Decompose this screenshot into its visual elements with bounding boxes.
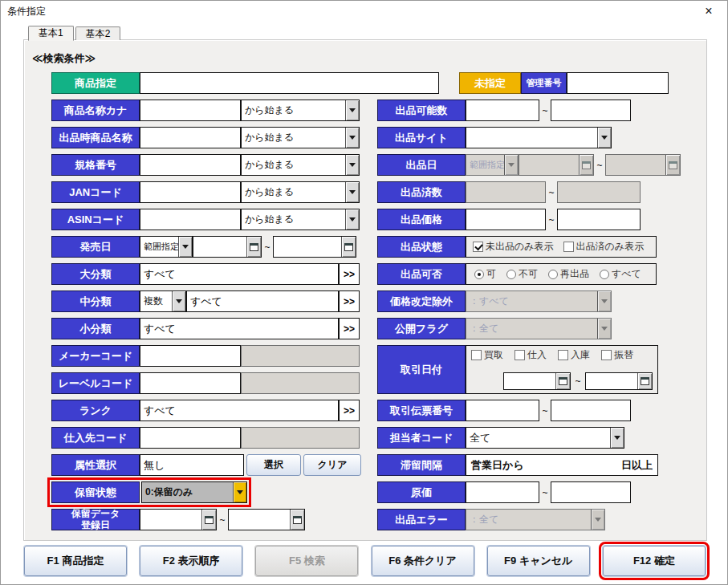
calendar-icon[interactable] [341, 237, 356, 257]
f9-cancel-button[interactable]: F9 キャンセル [487, 546, 590, 576]
product-spec-button[interactable]: 商品指定 [51, 72, 140, 94]
spec-number-match-select[interactable]: から始まる [241, 154, 360, 176]
hold-state-label: 保留状態 [51, 481, 140, 503]
allow-relist-radio[interactable]: 再出品 [548, 267, 589, 281]
maker-code-input[interactable] [140, 345, 241, 367]
chevron-down-icon[interactable] [345, 155, 359, 175]
transfer-checkbox[interactable]: 振替 [601, 348, 633, 362]
f1-product-spec-button[interactable]: F1 商品指定 [24, 546, 127, 576]
row-hold-state: 保留状態 0:保留のみ [51, 481, 361, 503]
trade-date-to-input[interactable] [586, 373, 637, 389]
release-from-input[interactable] [193, 237, 246, 257]
unlisted-only-checkbox[interactable]: 未出品のみ表示 [473, 240, 554, 254]
cost-to-input[interactable] [551, 481, 631, 503]
calendar-icon[interactable] [246, 237, 261, 257]
calendar-icon[interactable] [555, 373, 570, 389]
trade-date-from-datebox [503, 372, 571, 390]
asin-code-label: ASINコード [51, 209, 140, 230]
small-category-more-button[interactable]: >> [339, 318, 360, 339]
name-kana-match-select[interactable]: から始まる [241, 100, 360, 121]
chevron-down-icon[interactable] [172, 291, 185, 311]
chevron-down-icon[interactable] [345, 209, 359, 230]
attribute-clear-button[interactable]: クリア [303, 454, 361, 476]
chevron-down-icon[interactable] [178, 237, 192, 257]
row-listing-site: 出品サイト [377, 127, 681, 148]
allow-no-radio[interactable]: 不可 [506, 267, 538, 281]
jan-code-match-select[interactable]: から始まる [241, 181, 360, 203]
name-kana-input[interactable] [140, 100, 241, 121]
trade-slip-to-input[interactable] [551, 400, 631, 421]
purchase-checkbox[interactable]: 仕入 [514, 348, 547, 362]
attribute-select-button[interactable]: 選択 [246, 454, 301, 476]
buy-checkbox[interactable]: 買取 [471, 348, 503, 362]
rank-more-button[interactable]: >> [339, 400, 360, 421]
label-code-input[interactable] [140, 372, 241, 394]
chevron-down-icon[interactable] [233, 482, 246, 502]
listing-price-label: 出品価格 [377, 209, 466, 230]
calendar-icon[interactable] [637, 373, 652, 389]
release-to-input[interactable] [274, 237, 341, 257]
hold-reg-to-input[interactable] [229, 510, 290, 530]
jan-code-input[interactable] [140, 181, 241, 203]
listing-name-match-select[interactable]: から始まる [241, 127, 360, 148]
trade-date-from-input[interactable] [504, 373, 555, 389]
staff-code-select[interactable]: 全て [466, 427, 624, 449]
chevron-down-icon[interactable] [345, 128, 359, 148]
mid-category-more-button[interactable]: >> [339, 290, 360, 312]
hold-reg-from-input[interactable] [140, 510, 201, 530]
price-fix-exclude-select: ：すべて [466, 290, 612, 312]
allow-all-radio[interactable]: すべて [600, 267, 641, 281]
range-tilde: ~ [572, 376, 584, 387]
listed-qty-to-field [557, 181, 641, 203]
chevron-down-icon[interactable] [345, 100, 359, 120]
chevron-down-icon[interactable] [345, 182, 359, 202]
close-button[interactable]: × [695, 1, 722, 22]
release-date-label: 発売日 [51, 236, 140, 258]
chevron-down-icon[interactable] [610, 428, 624, 448]
asin-code-match-select[interactable]: から始まる [241, 209, 360, 230]
large-category-more-button[interactable]: >> [339, 263, 360, 285]
hold-state-select[interactable]: 0:保留のみ [141, 481, 247, 503]
listing-name-input[interactable] [140, 127, 241, 148]
checkbox-icon [601, 350, 612, 360]
hold-state-value: 0:保留のみ [142, 482, 233, 502]
listing-price-from-input[interactable] [466, 209, 546, 230]
f6-clear-conditions-button[interactable]: F6 条件クリア [372, 546, 474, 576]
tab-basic2[interactable]: 基本2 [75, 26, 121, 40]
supplier-code-input[interactable] [140, 427, 241, 449]
f12-confirm-button[interactable]: F12 確定 [603, 546, 706, 576]
listed-only-checkbox[interactable]: 出品済のみ表示 [563, 240, 645, 254]
checkbox-icon [471, 350, 482, 360]
asin-code-input[interactable] [140, 209, 241, 230]
spec-number-input[interactable] [140, 154, 241, 176]
tab-basic1[interactable]: 基本1 [28, 26, 74, 41]
allow-ok-radio[interactable]: 可 [474, 267, 496, 281]
sellable-qty-from-input[interactable] [466, 100, 539, 121]
range-tilde: ~ [546, 181, 557, 203]
mgmt-number-input[interactable] [567, 72, 669, 94]
calendar-icon[interactable] [201, 510, 216, 530]
listing-error-label: 出品エラー [377, 509, 466, 530]
product-spec-input[interactable] [140, 72, 439, 94]
allow-ok-label: 可 [486, 267, 496, 281]
price-fix-exclude-value: ：すべて [466, 291, 597, 311]
cost-from-input[interactable] [466, 481, 539, 503]
row-listing-error: 出品エラー ：全て [377, 509, 681, 530]
inbound-checkbox[interactable]: 入庫 [558, 348, 590, 362]
chevron-down-icon [597, 291, 611, 311]
trade-slip-from-input[interactable] [466, 400, 539, 421]
listing-price-to-input[interactable] [557, 209, 641, 230]
listing-site-select[interactable] [466, 127, 612, 148]
stay-interval-input[interactable] [527, 459, 618, 471]
chevron-down-icon[interactable] [597, 128, 611, 148]
price-fix-exclude-label: 価格改定除外 [377, 290, 466, 312]
row-release-date: 発売日 範囲指定 ~ [51, 236, 361, 258]
f2-display-order-button[interactable]: F2 表示順序 [140, 546, 242, 576]
sellable-qty-to-input[interactable] [551, 100, 631, 121]
mid-category-mode-select[interactable]: 複数 [140, 290, 186, 312]
allow-relist-label: 再出品 [560, 267, 589, 281]
staff-code-value: 全て [466, 428, 610, 448]
release-range-select[interactable]: 範囲指定 [140, 236, 193, 258]
row-listing-allow: 出品可否 可 不可 再出品 [377, 263, 681, 285]
calendar-icon[interactable] [290, 510, 304, 530]
